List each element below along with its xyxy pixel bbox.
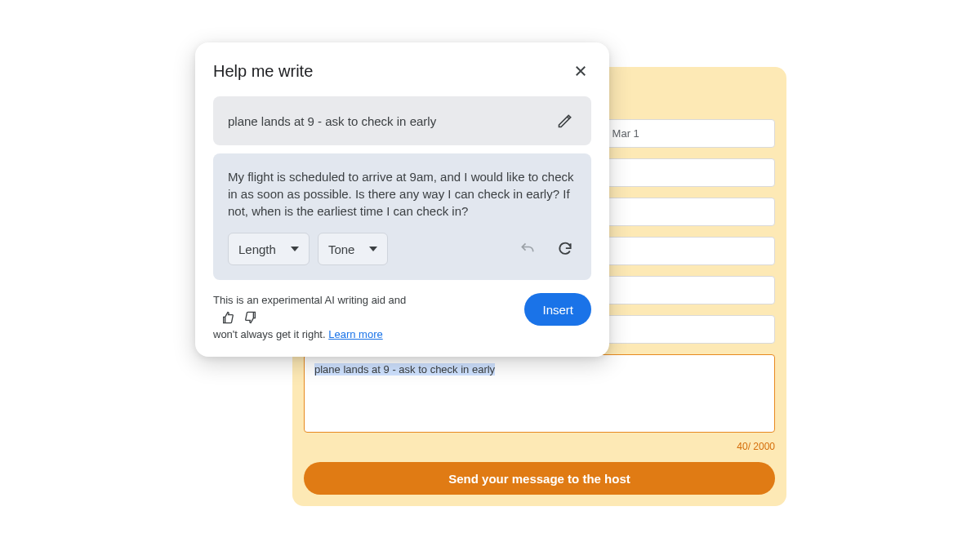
length-dropdown[interactable]: Length xyxy=(228,233,310,265)
help-me-write-popup: Help me write plane lands at 9 - ask to … xyxy=(195,42,609,357)
insert-button[interactable]: Insert xyxy=(524,293,591,326)
refresh-icon xyxy=(557,241,573,257)
prompt-box: plane lands at 9 - ask to check in early xyxy=(213,96,591,145)
edit-prompt-button[interactable] xyxy=(554,109,577,132)
thumbs-down-button[interactable] xyxy=(241,308,261,327)
tone-label: Tone xyxy=(328,242,355,256)
message-textarea[interactable]: plane lands at 9 - ask to check in early xyxy=(304,354,775,433)
close-button[interactable] xyxy=(570,60,591,82)
chevron-down-icon xyxy=(291,247,299,251)
disclaimer: This is an experimental AI writing aid a… xyxy=(213,293,442,342)
disclaimer-text-b: won't always get it right. xyxy=(213,328,326,340)
char-count: 40/ 2000 xyxy=(304,441,775,452)
popup-title: Help me write xyxy=(213,62,313,81)
thumbs-down-icon xyxy=(244,311,257,324)
thumbs-up-button[interactable] xyxy=(218,308,238,327)
undo-button[interactable] xyxy=(516,238,539,260)
thumbs-up-icon xyxy=(221,311,234,324)
length-label: Length xyxy=(238,242,276,256)
learn-more-link[interactable]: Learn more xyxy=(328,328,382,340)
prompt-text: plane lands at 9 - ask to check in early xyxy=(228,114,436,128)
result-text: My flight is scheduled to arrive at 9am,… xyxy=(228,168,577,220)
close-icon xyxy=(573,64,588,78)
send-message-label: Send your message to the host xyxy=(448,472,630,486)
undo-icon xyxy=(519,241,536,257)
pencil-icon xyxy=(557,113,573,129)
result-box: My flight is scheduled to arrive at 9am,… xyxy=(213,153,591,280)
insert-label: Insert xyxy=(542,303,573,317)
disclaimer-text-a: This is an experimental AI writing aid a… xyxy=(213,294,406,306)
regenerate-button[interactable] xyxy=(554,238,577,260)
send-message-button[interactable]: Send your message to the host xyxy=(304,462,775,495)
tone-dropdown[interactable]: Tone xyxy=(318,233,389,265)
textarea-selected-text: plane lands at 9 - ask to check in early xyxy=(314,363,495,375)
chevron-down-icon xyxy=(369,247,377,251)
